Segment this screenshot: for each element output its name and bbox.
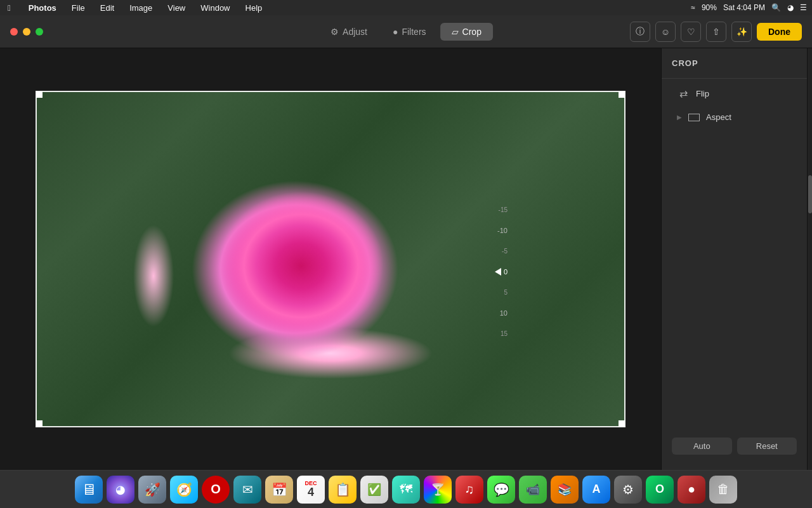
search-icon[interactable]: 🔍: [771, 3, 781, 12]
photo-frame[interactable]: [36, 91, 625, 427]
auto-button[interactable]: Auto: [672, 438, 732, 455]
ruler-tick-10: 10: [500, 310, 508, 317]
minimize-button[interactable]: [23, 28, 30, 36]
ruler-indicator-arrow: [495, 268, 501, 276]
flip-label: Flip: [696, 89, 709, 98]
crop-label: Crop: [462, 27, 481, 37]
dock-systemprefs[interactable]: ⚙: [614, 476, 642, 504]
dock-maps[interactable]: 🗺: [392, 476, 420, 504]
menu-edit[interactable]: Edit: [98, 3, 117, 13]
menu-help[interactable]: Help: [243, 3, 265, 13]
maximize-button[interactable]: [36, 28, 43, 36]
adjust-label: Adjust: [343, 27, 367, 37]
right-scrollbar[interactable]: [807, 48, 812, 470]
ruler-tick-5: 5: [504, 290, 508, 296]
dock-reminders[interactable]: ✅: [360, 476, 388, 504]
ruler-tick-15: 15: [501, 331, 508, 337]
emoji-button[interactable]: ☺: [655, 22, 676, 42]
aspect-arrow-icon: ▶: [677, 114, 682, 121]
share-button[interactable]: ⇧: [706, 22, 726, 42]
info-button[interactable]: ⓘ: [630, 22, 650, 42]
ruler-tick-n5: -5: [502, 248, 508, 255]
toolbar: ⚙ Adjust ● Filters ▱ Crop ⓘ ☺ ♡ ⇧ ✨ Done: [0, 15, 812, 48]
dock-siri[interactable]: ◕: [107, 476, 134, 504]
siri-icon[interactable]: ◕: [787, 3, 794, 12]
aspect-item[interactable]: ▶ Aspect: [667, 107, 802, 127]
rose-photo: [36, 91, 625, 427]
right-panel: CROP ⇄ Flip ▶ Aspect Auto Reset: [661, 48, 807, 470]
calendar-day: 4: [308, 486, 314, 498]
reset-button[interactable]: Reset: [737, 438, 797, 455]
adjust-icon: ⚙: [331, 27, 339, 37]
flip-item[interactable]: ⇄ Flip: [667, 83, 802, 105]
panel-title: CROP: [662, 56, 807, 76]
dock-mail[interactable]: ✉: [233, 476, 261, 504]
dock-photos[interactable]: 🍸: [424, 476, 452, 504]
toolbar-right: ⓘ ☺ ♡ ⇧ ✨ Done: [630, 22, 802, 42]
panel-bottom: Auto Reset: [662, 430, 807, 462]
wifi-icon: ≈: [691, 3, 695, 12]
menu-file[interactable]: File: [69, 3, 88, 13]
dock-calendar[interactable]: DEC 4: [297, 476, 325, 504]
menu-image[interactable]: Image: [127, 3, 155, 13]
tab-filters[interactable]: ● Filters: [381, 23, 438, 41]
dock-finder[interactable]: 🖥: [75, 476, 103, 504]
clock: Sat 4:04 PM: [723, 3, 765, 12]
dock-opera[interactable]: O: [202, 476, 230, 504]
dock-books[interactable]: 📚: [551, 476, 579, 504]
dock-messages[interactable]: 💬: [487, 476, 515, 504]
filters-label: Filters: [402, 27, 426, 37]
menu-window[interactable]: Window: [198, 3, 232, 13]
aspect-icon: [688, 114, 700, 121]
dock-trash[interactable]: 🗑: [709, 476, 737, 504]
main-content: -15 -10 -5 0 5 10 15 CROP ⇄ Flip ▶ Aspec…: [0, 48, 812, 470]
list-icon[interactable]: ☰: [800, 3, 807, 12]
app-name[interactable]: Photos: [26, 3, 59, 13]
dock-music[interactable]: ♫: [455, 476, 483, 504]
ruler-tick-n15: -15: [499, 207, 508, 213]
flip-icon: ⇄: [677, 88, 690, 100]
dock-outlook[interactable]: O: [646, 476, 674, 504]
dock-notes[interactable]: 📋: [329, 476, 357, 504]
dock: 🖥 ◕ 🚀 🧭 O ✉ 📅 DEC 4 📋 ✅ 🗺 🍸 ♫ 💬 📹 📚 A ⚙ …: [0, 470, 812, 508]
magic-button[interactable]: ✨: [731, 22, 752, 42]
battery-status: 90%: [702, 3, 717, 12]
tab-crop[interactable]: ▱ Crop: [440, 23, 493, 41]
filters-icon: ●: [393, 27, 398, 37]
menubar-left:  Photos File Edit Image View Window Hel…: [5, 3, 265, 13]
panel-divider: [662, 78, 807, 79]
dock-app2[interactable]: ●: [678, 476, 705, 504]
ruler-tick-n10: -10: [497, 227, 508, 234]
heart-button[interactable]: ♡: [681, 22, 701, 42]
dock-safari[interactable]: 🧭: [170, 476, 198, 504]
close-button[interactable]: [10, 28, 18, 36]
scrollbar-thumb[interactable]: [808, 175, 812, 213]
done-button[interactable]: Done: [757, 23, 802, 41]
ruler-tick-0: 0: [504, 269, 508, 276]
dock-appstore[interactable]: A: [582, 476, 610, 504]
apple-menu[interactable]: : [5, 3, 13, 13]
dock-launchpad[interactable]: 🚀: [138, 476, 166, 504]
photo-container: [36, 91, 625, 427]
menubar:  Photos File Edit Image View Window Hel…: [0, 0, 812, 15]
traffic-lights: [10, 28, 43, 36]
dock-contacts[interactable]: 📅: [265, 476, 293, 504]
dock-facetime[interactable]: 📹: [519, 476, 547, 504]
tab-adjust[interactable]: ⚙ Adjust: [319, 23, 379, 41]
toolbar-tabs: ⚙ Adjust ● Filters ▱ Crop: [319, 23, 493, 41]
rotation-ruler[interactable]: -15 -10 -5 0 5 10 15: [483, 48, 515, 470]
crop-icon: ▱: [452, 27, 459, 37]
photo-area: -15 -10 -5 0 5 10 15: [0, 48, 661, 470]
menubar-right: ≈ 90% Sat 4:04 PM 🔍 ◕ ☰: [691, 0, 807, 15]
menu-view[interactable]: View: [165, 3, 188, 13]
aspect-label: Aspect: [706, 112, 731, 122]
